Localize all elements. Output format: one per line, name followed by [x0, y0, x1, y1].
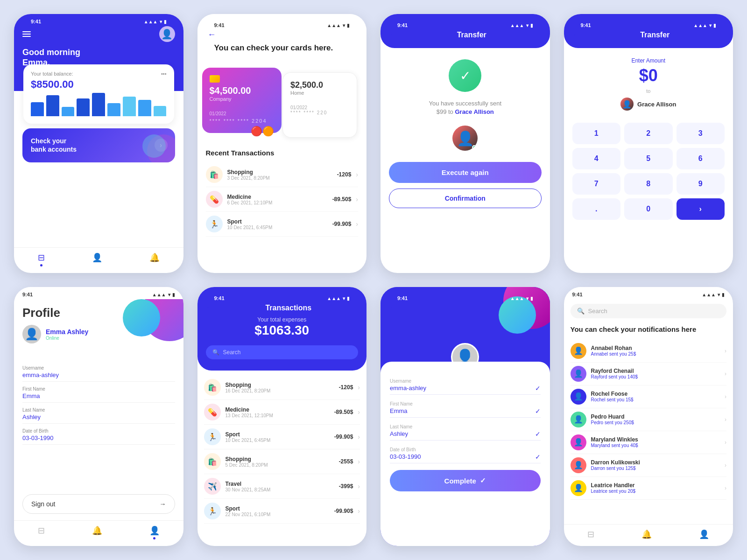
nav-bell-5[interactable]: 🔔: [92, 525, 102, 539]
transaction-item-6[interactable]: 🏃 Sport 10 Dec 2021, 6:45PM -99.90$ ›: [204, 425, 360, 449]
search-placeholder-8: Search: [588, 308, 607, 315]
chart-area: [31, 95, 167, 116]
numpad-9[interactable]: 9: [677, 173, 725, 195]
confirmation-button[interactable]: Confirmation: [389, 189, 542, 208]
numpad-8[interactable]: 8: [624, 173, 673, 195]
back-button[interactable]: ←: [208, 30, 216, 39]
txn-date-6: 16 Dec 2021, 8:20PM: [226, 388, 334, 393]
back-button-3[interactable]: ←: [389, 30, 397, 40]
status-time-5: 9:41: [22, 292, 33, 297]
recipient-row: 👤 Grace Allison: [572, 98, 725, 111]
nav-profile-8[interactable]: 👤: [699, 529, 709, 539]
numpad-1[interactable]: 1: [572, 123, 621, 144]
back-button-6[interactable]: ←: [206, 303, 214, 313]
check-icon-firstname: ✓: [535, 407, 541, 415]
form-username-value: emma-ashley ✓: [390, 385, 541, 392]
notification-list: 👤 Annabel Rohan Annabel sent you 25$ › 👤…: [571, 340, 727, 500]
nav-profile-5[interactable]: 👤: [149, 525, 160, 539]
numpad-arrow[interactable]: ›: [677, 198, 725, 220]
notif-section-title: You can check your notifications here: [571, 325, 727, 334]
notification-item[interactable]: 👤 Maryland Winkles Maryland sent you 40$…: [571, 431, 727, 454]
search-box-6[interactable]: 🔍 Search: [206, 345, 359, 359]
search-bar-8[interactable]: 🔍 Search: [571, 304, 727, 318]
hamburger-menu[interactable]: [22, 31, 31, 37]
transfer-header-4: 9:41 ▲▲▲ ▾ ▮ ← Transfer: [564, 14, 733, 48]
status-icons-8: ▲▲▲ ▾ ▮: [702, 292, 725, 297]
signal-icon-5: ▲▲▲: [152, 292, 166, 297]
to-label: to: [572, 88, 725, 94]
recipient-name-4: Grace Allison: [637, 101, 676, 108]
cards-heading: You can check your cards here.: [206, 40, 359, 60]
transaction-item[interactable]: 💊 Medicine 6 Dec 2021, 12:10PM -89.50$ ›: [206, 187, 359, 212]
notif-name: Maryland Winkles: [591, 436, 720, 443]
notif-name: Rayford Chenail: [591, 368, 720, 374]
numpad-4[interactable]: 4: [572, 148, 621, 169]
form-lastname-value: Ashley ✓: [390, 430, 541, 437]
transaction-item[interactable]: 🏃 Sport 10 Dec 2021, 6:45PM -99.90$ ›: [206, 212, 359, 237]
numpad-.[interactable]: .: [572, 198, 621, 220]
section-title-2: Recent Transactions: [206, 149, 359, 157]
field-username: Username emma-ashley: [22, 365, 175, 382]
notification-item[interactable]: 👤 Leatrice Handler Leatrice sent you 20$…: [571, 477, 727, 500]
form-lastname: Last Name Ashley ✓: [390, 424, 541, 441]
nav-profile[interactable]: 👤: [92, 252, 102, 266]
notification-item[interactable]: 👤 Annabel Rohan Annabel sent you 25$ ›: [571, 340, 727, 363]
numpad-6[interactable]: 6: [677, 148, 725, 169]
signal-icon: ▲▲▲: [144, 19, 158, 24]
transaction-item[interactable]: 🛍️ Shopping 3 Dec 2021, 8:20PM -120$ ›: [206, 162, 359, 187]
phone-profile-edit: 9:41 ▲▲▲ ▾ ▮ ← 👤 Username emma-ashley ✓ …: [381, 287, 550, 546]
nav-home-8[interactable]: ⊟: [587, 529, 594, 539]
numpad-3[interactable]: 3: [677, 123, 725, 144]
nav-bell-8[interactable]: 🔔: [641, 529, 652, 539]
numpad-0[interactable]: 0: [624, 198, 673, 220]
execute-again-button[interactable]: Execute again: [389, 162, 542, 183]
numpad-7[interactable]: 7: [572, 173, 621, 195]
status-bar-8: 9:41 ▲▲▲ ▾ ▮: [564, 287, 733, 299]
search-icon-8: 🔍: [577, 308, 585, 315]
search-label-6: Search: [223, 349, 241, 356]
profile-info: Emma Ashley Online: [46, 328, 88, 341]
signal-icon-4: ▲▲▲: [693, 23, 707, 28]
recipient-avatar-3: 👤: [452, 126, 478, 151]
bank-card[interactable]: Check yourbank accounts ›: [22, 128, 175, 162]
notification-item[interactable]: 👤 Pedro Huard Pedro sent you 250$ ›: [571, 408, 727, 431]
txn-amount: -89.50$: [332, 196, 352, 203]
profile-avatar-large: 👤: [451, 343, 479, 362]
transaction-item-6[interactable]: 🛍️ Shopping 5 Dec 2021, 8:20PM -255$ ›: [204, 449, 360, 474]
txn-page-title: Transactions: [219, 304, 359, 312]
status-bar-5: 9:41 ▲▲▲ ▾ ▮: [14, 287, 183, 299]
status-bar-2: 9:41 ▲▲▲ ▾ ▮: [206, 18, 359, 30]
back-button-7[interactable]: ←: [389, 303, 397, 312]
dob-label: Date of Birth: [22, 428, 175, 434]
card-company[interactable]: $4,500.00 Company 01/2022 **** **** ****…: [202, 68, 282, 133]
nav-home-5[interactable]: ⊟: [38, 525, 45, 539]
more-icon[interactable]: •••: [161, 71, 167, 77]
nav-home[interactable]: ⊟: [38, 252, 45, 266]
notification-item[interactable]: 👤 Rayford Chenail Rayford sent you 140$ …: [571, 363, 727, 385]
complete-check-icon: ✓: [480, 476, 486, 485]
complete-button[interactable]: Complete ✓: [390, 470, 541, 491]
notif-sub: Rochel sent you 15$: [591, 397, 720, 402]
txn-date: 10 Dec 2021, 6:45PM: [227, 225, 328, 230]
txn-icon-6: 💊: [204, 404, 221, 420]
back-button-4[interactable]: ←: [572, 30, 581, 40]
profile-icon-8: 👤: [699, 529, 709, 539]
notification-item[interactable]: 👤 Darron Kulikowski Darron sent you 125$…: [571, 454, 727, 477]
signout-button[interactable]: Sign out →: [22, 494, 175, 514]
numpad-5[interactable]: 5: [624, 148, 673, 169]
card-home[interactable]: $2,500.0 Home 01/2022 **** **** 220: [282, 72, 357, 138]
transaction-item-6[interactable]: 💊 Medicine 13 Dec 2021, 12:10PM -89.50$ …: [204, 400, 360, 425]
transaction-item-6[interactable]: 🏃 Sport 22 Nov 2021, 6:10PM -99.90$ ›: [204, 499, 360, 524]
avatar[interactable]: 👤: [159, 26, 175, 42]
home-icon-8: ⊟: [587, 529, 594, 539]
transaction-item-6[interactable]: ✈️ Travel 30 Nov 2021, 8:25AM -399$ ›: [204, 474, 360, 499]
notif-arrow-icon: ›: [725, 371, 726, 377]
signal-icon-6: ▲▲▲: [327, 296, 341, 301]
transaction-item-6[interactable]: 🛍️ Shopping 16 Dec 2021, 8:20PM -120$ ›: [204, 375, 360, 400]
txn-arrow-icon: ›: [356, 220, 358, 228]
nav-bell[interactable]: 🔔: [149, 252, 160, 266]
notification-item[interactable]: 👤 Rochel Foose Rochel sent you 15$ ›: [571, 385, 727, 408]
numpad-2[interactable]: 2: [624, 123, 673, 144]
txn-icon: 🏃: [206, 216, 223, 232]
txn-header: 9:41 ▲▲▲ ▾ ▮ ← Transactions Your total e…: [197, 287, 367, 371]
